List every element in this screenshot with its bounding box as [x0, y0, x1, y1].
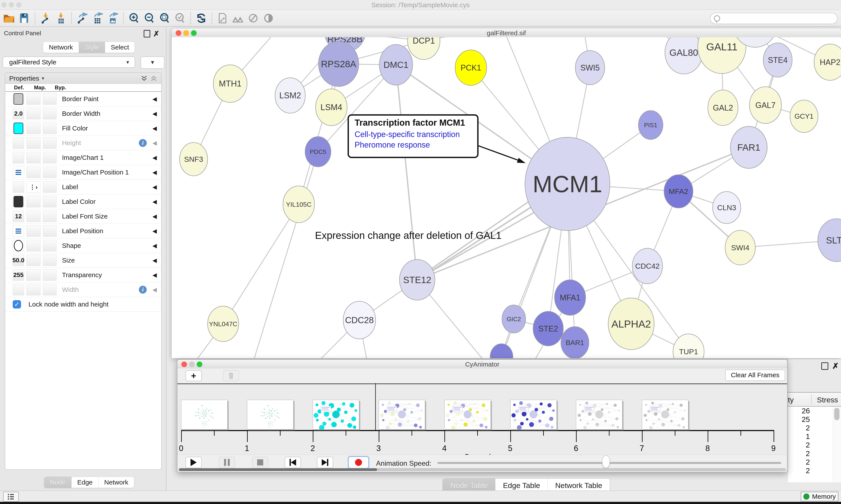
- timeline-scrollbar[interactable]: [179, 468, 786, 471]
- property-row-image-chart-position-1[interactable]: Image/Chart Position 1◀: [5, 165, 161, 180]
- close-panel-icon[interactable]: ✗: [153, 30, 163, 38]
- column-header[interactable]: ity: [788, 396, 794, 404]
- frame-thumbnail-6[interactable]: [576, 400, 622, 430]
- frame-thumbnail-7[interactable]: [642, 400, 688, 430]
- expand-row-icon[interactable]: ◀: [153, 184, 157, 191]
- expand-row-icon[interactable]: ◀: [153, 228, 157, 234]
- export-network-icon[interactable]: [75, 12, 89, 25]
- property-row-height[interactable]: Heighti◀: [5, 136, 161, 150]
- node-table-header[interactable]: ity Stress: [788, 393, 841, 407]
- tab-network[interactable]: Network: [43, 42, 79, 53]
- zoom-in-icon[interactable]: [127, 12, 141, 25]
- table-cell[interactable]: 26: [788, 407, 810, 415]
- close-panel-icon[interactable]: ✗: [832, 361, 839, 371]
- cyanimator-titlebar[interactable]: CyAnimator: [177, 360, 787, 369]
- property-row-label-color[interactable]: Label Color◀: [5, 194, 161, 209]
- expand-row-icon[interactable]: ◀: [153, 125, 157, 132]
- delete-frame-button[interactable]: [223, 370, 239, 381]
- expand-row-icon[interactable]: ◀: [153, 96, 157, 103]
- tab-style[interactable]: Style: [79, 42, 105, 53]
- table-cell[interactable]: 2: [788, 466, 810, 475]
- table-cell[interactable]: 2: [788, 449, 810, 458]
- expand-row-icon[interactable]: ◀: [153, 272, 157, 278]
- expand-row-icon[interactable]: ◀: [153, 169, 157, 176]
- column-divider[interactable]: [811, 394, 812, 404]
- expand-row-icon[interactable]: ◀: [153, 286, 157, 293]
- expand-row-icon[interactable]: ◀: [153, 213, 157, 220]
- overview-icon[interactable]: [231, 12, 245, 25]
- style-options-button[interactable]: ▼: [141, 56, 164, 69]
- zoom-selected-icon[interactable]: [173, 12, 187, 25]
- float-panel-icon[interactable]: [144, 30, 150, 37]
- show-details-icon[interactable]: [262, 12, 275, 25]
- speed-slider-handle[interactable]: [602, 455, 610, 468]
- property-row-size[interactable]: 50.0Size◀: [5, 253, 161, 268]
- property-row-transparency[interactable]: 255Transparency◀: [5, 268, 161, 283]
- export-image-icon[interactable]: [106, 12, 120, 25]
- save-session-icon[interactable]: [18, 12, 31, 25]
- pause-button[interactable]: [219, 457, 235, 468]
- stop-button[interactable]: [252, 457, 268, 468]
- frame-thumbnail-3[interactable]: [379, 400, 425, 430]
- table-cell[interactable]: 2: [788, 424, 810, 432]
- import-network-icon[interactable]: [39, 12, 52, 25]
- info-icon[interactable]: i: [139, 139, 147, 147]
- search-input[interactable]: [710, 13, 838, 24]
- play-button[interactable]: [185, 457, 202, 468]
- table-scrollbar[interactable]: [833, 407, 841, 482]
- annotation-link[interactable]: Pheromone response: [355, 140, 477, 149]
- table-cell[interactable]: 25: [788, 415, 810, 424]
- frame-thumbnail-5[interactable]: [510, 400, 557, 430]
- table-cell[interactable]: 1: [788, 432, 810, 441]
- hide-details-icon[interactable]: [246, 12, 260, 25]
- property-row-label[interactable]: ⋮›Label◀: [5, 180, 161, 194]
- network-canvas[interactable]: RPS28BRPS28ADMC1DCP1PCK1MTH1LSM2LSM4SNF3…: [172, 37, 841, 358]
- frame-thumbnail-2[interactable]: [313, 400, 359, 430]
- expand-row-icon[interactable]: ◀: [153, 198, 157, 205]
- add-frame-button[interactable]: +: [185, 370, 202, 381]
- expand-row-icon[interactable]: ◀: [153, 154, 157, 161]
- zoom-out-icon[interactable]: [143, 12, 156, 25]
- table-cell[interactable]: 2: [788, 441, 810, 449]
- expand-row-icon[interactable]: ◀: [153, 242, 157, 249]
- annotation-box[interactable]: Transcription factor MCM1 Cell-type-spec…: [347, 114, 479, 158]
- frame-thumbnail-0[interactable]: [181, 400, 228, 430]
- zoom-fit-icon[interactable]: [158, 12, 172, 25]
- expand-row-icon[interactable]: ◀: [153, 140, 157, 146]
- timeline-playhead[interactable]: [375, 383, 376, 430]
- table-cell[interactable]: 2: [788, 458, 810, 466]
- frame-thumbnail-1[interactable]: [247, 400, 293, 430]
- scrollbar-thumb[interactable]: [179, 468, 377, 471]
- tab-select[interactable]: Select: [105, 42, 135, 53]
- column-header[interactable]: Stress: [817, 396, 838, 404]
- info-icon[interactable]: i: [139, 286, 147, 293]
- open-session-icon[interactable]: [2, 12, 16, 25]
- property-row-image-chart-1[interactable]: Image/Chart 1◀: [5, 150, 161, 165]
- frame-thumbnail-4[interactable]: [444, 400, 491, 430]
- property-row-fill-color[interactable]: Fill Color◀: [5, 121, 161, 136]
- memory-button[interactable]: Memory: [801, 492, 838, 501]
- expand-row-icon[interactable]: ◀: [153, 257, 157, 264]
- property-row-border-paint[interactable]: Border Paint◀: [5, 92, 161, 106]
- property-row-label-position[interactable]: Label Position◀: [5, 224, 161, 238]
- checkbox-checked-icon[interactable]: ✓: [13, 300, 21, 308]
- network-file-icon[interactable]: [216, 12, 229, 25]
- lock-size-row[interactable]: ✓ Lock node width and height: [5, 297, 161, 312]
- property-row-border-width[interactable]: 2.0Border Width◀: [5, 106, 161, 121]
- property-row-width[interactable]: Widthi◀: [5, 283, 161, 297]
- properties-header[interactable]: Properties ▾: [5, 73, 161, 84]
- network-window-titlebar[interactable]: galFiltered.sif: [172, 29, 841, 37]
- timeline[interactable]: Seconds 0123456789: [177, 384, 787, 455]
- style-selector[interactable]: galFiltered Style ▾: [3, 56, 135, 68]
- go-to-end-button[interactable]: [317, 457, 333, 468]
- expand-collapse-icons[interactable]: [140, 75, 158, 84]
- record-button[interactable]: [348, 456, 369, 469]
- refresh-layout-icon[interactable]: [195, 12, 208, 25]
- property-row-shape[interactable]: Shape◀: [5, 238, 161, 253]
- tab-edge[interactable]: Edge: [72, 477, 99, 488]
- property-row-label-font-size[interactable]: 12Label Font Size◀: [5, 209, 161, 224]
- float-panel-icon[interactable]: [821, 362, 828, 370]
- export-table-icon[interactable]: [91, 12, 104, 25]
- clear-all-frames-button[interactable]: Clear All Frames: [725, 370, 785, 381]
- tab-network[interactable]: Network: [99, 477, 134, 488]
